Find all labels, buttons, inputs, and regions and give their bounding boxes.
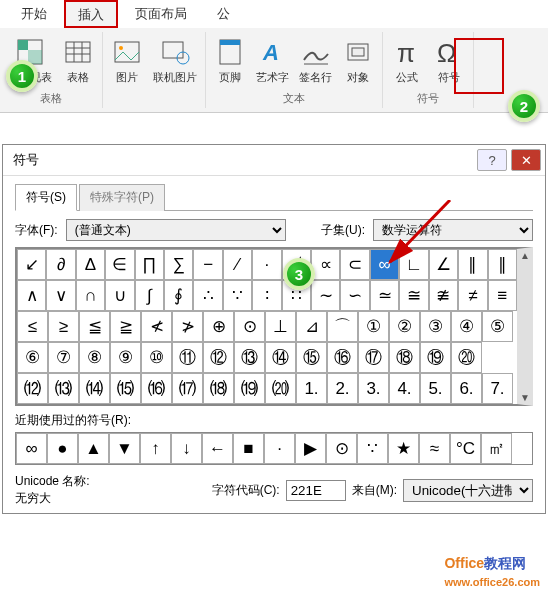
symbol-cell[interactable]: ⑿ bbox=[17, 373, 48, 404]
subset-select[interactable]: 数学运算符 bbox=[373, 219, 533, 241]
symbol-cell[interactable]: ⊂ bbox=[340, 249, 369, 280]
recent-symbol-cell[interactable]: ▼ bbox=[109, 433, 140, 464]
recent-symbol-cell[interactable]: ↑ bbox=[140, 433, 171, 464]
symbol-cell[interactable]: ∠ bbox=[429, 249, 458, 280]
tab-formulas-clip[interactable]: 公 bbox=[204, 0, 243, 28]
tab-home[interactable]: 开始 bbox=[8, 0, 60, 28]
recent-symbol-cell[interactable]: ∵ bbox=[357, 433, 388, 464]
recent-symbol-cell[interactable]: ≈ bbox=[419, 433, 450, 464]
symbol-cell[interactable]: ⊥ bbox=[265, 311, 296, 342]
symbol-cell[interactable]: ⒃ bbox=[141, 373, 172, 404]
font-select[interactable]: (普通文本) bbox=[66, 219, 286, 241]
symbol-cell[interactable]: ≇ bbox=[429, 280, 458, 311]
symbol-cell[interactable]: ∑ bbox=[164, 249, 193, 280]
symbol-cell[interactable]: ≯ bbox=[172, 311, 203, 342]
symbol-cell[interactable]: ∨ bbox=[46, 280, 75, 311]
scroll-down-icon[interactable]: ▼ bbox=[519, 391, 531, 404]
tab-layout[interactable]: 页面布局 bbox=[122, 0, 200, 28]
symbol-cell[interactable]: ≤ bbox=[17, 311, 48, 342]
symbol-cell[interactable]: ∝ bbox=[311, 249, 340, 280]
symbol-cell[interactable]: ⒂ bbox=[110, 373, 141, 404]
dialog-close-button[interactable]: ✕ bbox=[511, 149, 541, 171]
header-footer-button[interactable]: 页脚 bbox=[212, 34, 248, 87]
symbol-cell[interactable]: ∥ bbox=[458, 249, 487, 280]
recent-symbol-cell[interactable]: ★ bbox=[388, 433, 419, 464]
online-picture-button[interactable]: 联机图片 bbox=[151, 34, 199, 87]
symbol-cell[interactable]: ≡ bbox=[488, 280, 517, 311]
symbol-cell[interactable]: ∽ bbox=[340, 280, 369, 311]
wordart-button[interactable]: A 艺术字 bbox=[254, 34, 291, 87]
symbol-cell[interactable]: ⌒ bbox=[327, 311, 358, 342]
sigline-button[interactable]: 签名行 bbox=[297, 34, 334, 87]
symbol-cell[interactable]: ∩ bbox=[76, 280, 105, 311]
symbol-cell[interactable]: ① bbox=[358, 311, 389, 342]
symbol-cell[interactable]: ∥ bbox=[488, 249, 517, 280]
recent-symbol-cell[interactable]: ▶ bbox=[295, 433, 326, 464]
symbol-cell[interactable]: ⒅ bbox=[203, 373, 234, 404]
symbol-cell[interactable]: ∮ bbox=[164, 280, 193, 311]
symbol-cell[interactable]: ≅ bbox=[399, 280, 428, 311]
symbol-cell[interactable]: ⊕ bbox=[203, 311, 234, 342]
recent-symbol-cell[interactable]: ● bbox=[47, 433, 78, 464]
symbol-cell[interactable]: ⑥ bbox=[17, 342, 48, 373]
symbol-cell[interactable]: ∕ bbox=[223, 249, 252, 280]
from-select[interactable]: Unicode(十六进制) bbox=[403, 479, 533, 502]
recent-symbol-cell[interactable]: ⊙ bbox=[326, 433, 357, 464]
grid-scrollbar[interactable]: ▲ ▼ bbox=[519, 249, 531, 404]
symbol-cell[interactable]: ⑭ bbox=[265, 342, 296, 373]
table-button[interactable]: 表格 bbox=[60, 34, 96, 87]
symbol-cell[interactable]: ⑮ bbox=[296, 342, 327, 373]
symbol-cell[interactable]: ∙ bbox=[252, 249, 281, 280]
symbol-cell[interactable]: ∴ bbox=[193, 280, 222, 311]
symbol-cell[interactable]: ∟ bbox=[399, 249, 428, 280]
symbol-cell[interactable]: ⑧ bbox=[79, 342, 110, 373]
scroll-up-icon[interactable]: ▲ bbox=[519, 249, 531, 262]
symbol-cell[interactable]: ↙ bbox=[17, 249, 46, 280]
symbol-cell[interactable]: ⒇ bbox=[265, 373, 296, 404]
symbol-cell[interactable]: Δ bbox=[76, 249, 105, 280]
equation-button[interactable]: π 公式 bbox=[389, 34, 425, 87]
symbol-cell[interactable]: ⊙ bbox=[234, 311, 265, 342]
symbol-cell[interactable]: ⑳ bbox=[451, 342, 482, 373]
recent-symbol-cell[interactable]: ← bbox=[202, 433, 233, 464]
symbol-cell[interactable]: ∼ bbox=[311, 280, 340, 311]
recent-symbol-cell[interactable]: ▲ bbox=[78, 433, 109, 464]
symbol-cell[interactable]: ≠ bbox=[458, 280, 487, 311]
symbol-cell[interactable]: ⑪ bbox=[172, 342, 203, 373]
symbol-cell[interactable]: ∂ bbox=[46, 249, 75, 280]
symbol-cell[interactable]: ⑨ bbox=[110, 342, 141, 373]
symbol-cell[interactable]: ≧ bbox=[110, 311, 141, 342]
symbol-cell[interactable]: ② bbox=[389, 311, 420, 342]
symbol-cell[interactable]: 6. bbox=[451, 373, 482, 404]
recent-symbol-cell[interactable]: ∞ bbox=[16, 433, 47, 464]
symbol-cell[interactable]: ⒆ bbox=[234, 373, 265, 404]
symbol-cell[interactable]: ⑩ bbox=[141, 342, 172, 373]
recent-symbol-cell[interactable]: °C bbox=[450, 433, 481, 464]
symbol-cell[interactable]: 2. bbox=[327, 373, 358, 404]
symbol-cell[interactable]: ∫ bbox=[135, 280, 164, 311]
symbol-cell[interactable]: ④ bbox=[451, 311, 482, 342]
symbol-cell[interactable]: ⑫ bbox=[203, 342, 234, 373]
symbol-cell[interactable]: ∵ bbox=[223, 280, 252, 311]
symbol-cell[interactable]: 5. bbox=[420, 373, 451, 404]
symbol-cell[interactable]: ⑤ bbox=[482, 311, 513, 342]
symbol-cell[interactable]: ∪ bbox=[105, 280, 134, 311]
symbol-cell[interactable]: ⑰ bbox=[358, 342, 389, 373]
symbol-cell[interactable]: ∈ bbox=[105, 249, 134, 280]
code-input[interactable] bbox=[286, 480, 346, 501]
symbol-cell[interactable]: ⒄ bbox=[172, 373, 203, 404]
symbol-cell[interactable]: − bbox=[193, 249, 222, 280]
symbol-cell[interactable]: ∏ bbox=[135, 249, 164, 280]
recent-symbol-cell[interactable]: ∙ bbox=[264, 433, 295, 464]
symbol-cell[interactable]: 7. bbox=[482, 373, 513, 404]
symbol-cell[interactable]: ≦ bbox=[79, 311, 110, 342]
picture-button[interactable]: 图片 bbox=[109, 34, 145, 87]
symbol-cell[interactable]: ≮ bbox=[141, 311, 172, 342]
object-button[interactable]: 对象 bbox=[340, 34, 376, 87]
symbol-cell[interactable]: ⊿ bbox=[296, 311, 327, 342]
symbol-cell[interactable]: ⑲ bbox=[420, 342, 451, 373]
dialog-help-button[interactable]: ? bbox=[477, 149, 507, 171]
symbol-cell[interactable]: ⑬ bbox=[234, 342, 265, 373]
symbol-cell[interactable]: ≥ bbox=[48, 311, 79, 342]
symbol-cell[interactable]: 4. bbox=[389, 373, 420, 404]
